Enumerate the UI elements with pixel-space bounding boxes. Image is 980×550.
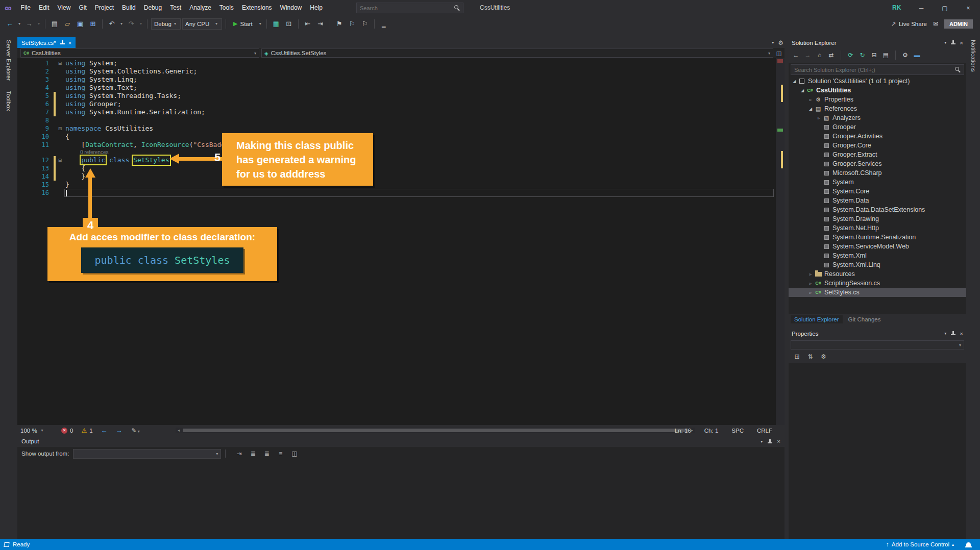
- tree-item-grooper-activities[interactable]: Grooper.Activities: [789, 132, 966, 141]
- preview-selected-items-icon[interactable]: ▬: [913, 52, 921, 59]
- tree-item-setstyles-cs[interactable]: ▹C#SetStyles.cs: [789, 288, 966, 297]
- tree-item-system-net-http[interactable]: System.Net.Http: [789, 223, 966, 233]
- dropdown-caret-icon[interactable]: ▾: [17, 21, 22, 26]
- previous-message-icon[interactable]: ≣: [249, 450, 257, 457]
- side-tab-server-explorer[interactable]: Server Explorer: [5, 38, 13, 83]
- menu-analyze[interactable]: Analyze: [185, 0, 215, 16]
- output-source-select[interactable]: ▾: [73, 449, 221, 459]
- properties-icon[interactable]: ⚙: [901, 52, 910, 59]
- forward-icon[interactable]: →: [803, 52, 812, 59]
- menu-view[interactable]: View: [54, 0, 75, 16]
- back-icon[interactable]: ←: [792, 52, 800, 59]
- maximize-button[interactable]: ▢: [933, 0, 957, 16]
- collapse-arrow-icon[interactable]: ◢: [799, 88, 806, 93]
- code-line-11[interactable]: 11 [DataContract, IconResource("CssBadge…: [17, 141, 785, 149]
- scrollbar-thumb[interactable]: [183, 429, 688, 432]
- close-tab-icon[interactable]: ×: [68, 40, 71, 46]
- active-files-chevron-icon[interactable]: ▾: [772, 40, 774, 45]
- expand-arrow-icon[interactable]: ▹: [807, 290, 814, 295]
- search-input[interactable]: [360, 5, 454, 11]
- solution-search-box[interactable]: [791, 64, 964, 75]
- new-project-icon[interactable]: ▤: [49, 18, 60, 30]
- panel-tab-git-changes[interactable]: Git Changes: [845, 315, 885, 323]
- code-line-5[interactable]: 5using System.Threading.Tasks;: [17, 92, 785, 100]
- undo-icon[interactable]: ↶: [106, 18, 117, 30]
- tree-item-system-drawing[interactable]: System.Drawing: [789, 214, 966, 223]
- split-window-button[interactable]: ◫: [773, 50, 785, 57]
- pin-tab-icon[interactable]: [60, 40, 65, 45]
- tree-item-system-servicemodel-web[interactable]: System.ServiceModel.Web: [789, 242, 966, 251]
- side-tab-notifications[interactable]: Notifications: [969, 38, 977, 74]
- collapse-arrow-icon[interactable]: ◢: [807, 107, 814, 111]
- nav-forward-icon[interactable]: →: [23, 18, 35, 30]
- close-pane-icon[interactable]: ×: [777, 438, 780, 444]
- tree-item-properties[interactable]: ▹⚙Properties: [789, 95, 966, 104]
- document-tab-setstyles[interactable]: SetStyles.cs* ×: [17, 37, 76, 48]
- indent-icon[interactable]: ⇥: [315, 18, 326, 30]
- project-dropdown[interactable]: C# CssUtilities ▾: [20, 48, 259, 58]
- codelens-references[interactable]: 0 references: [17, 149, 785, 156]
- code-line-10[interactable]: 10{: [17, 133, 785, 141]
- code-line-15[interactable]: 15}: [17, 181, 785, 189]
- outdent-icon[interactable]: ⇤: [302, 18, 313, 30]
- property-pages-icon[interactable]: ⚙: [819, 353, 828, 360]
- menu-edit[interactable]: Edit: [35, 0, 54, 16]
- next-bookmark-icon[interactable]: ⚐: [359, 18, 371, 30]
- user-avatar[interactable]: RK: [892, 0, 901, 16]
- fold-collapse-icon[interactable]: ⊟: [56, 126, 64, 131]
- expand-arrow-icon[interactable]: ▹: [807, 281, 814, 286]
- code-line-4[interactable]: 4using System.Text;: [17, 84, 785, 92]
- code-line-13[interactable]: 13 {: [17, 164, 785, 172]
- spaces-indicator[interactable]: SPC: [731, 428, 744, 434]
- window-options-gear-icon[interactable]: ⚙: [778, 39, 783, 46]
- zoom-select[interactable]: 100 % ▾: [20, 428, 52, 434]
- expand-arrow-icon[interactable]: ▹: [807, 97, 814, 102]
- save-icon[interactable]: ▣: [75, 18, 86, 30]
- solution-search-input[interactable]: [794, 67, 955, 73]
- platform-select[interactable]: Any CPU▾: [182, 18, 222, 30]
- properties-object-select[interactable]: ▾: [791, 340, 964, 349]
- sync-with-active-document-icon[interactable]: ⟳: [846, 52, 855, 59]
- tree-item-system-core[interactable]: System.Core: [789, 187, 966, 196]
- editor-vertical-scrollbar[interactable]: [776, 58, 785, 425]
- tree-item-system[interactable]: System: [789, 178, 966, 187]
- dropdown-caret-icon[interactable]: ▾: [119, 21, 124, 26]
- errors-icon[interactable]: ✕: [61, 428, 67, 434]
- dropdown-caret-icon[interactable]: ▾: [138, 21, 143, 26]
- code-line-7[interactable]: 7using System.Runtime.Serialization;: [17, 108, 785, 116]
- next-message-icon[interactable]: ≣: [262, 450, 271, 457]
- toolbar-overflow-icon[interactable]: ‗: [378, 18, 389, 30]
- alphabetical-icon[interactable]: ⇅: [806, 353, 815, 360]
- toggle-word-wrap-icon[interactable]: ◫: [290, 450, 299, 457]
- show-all-files-icon[interactable]: ▤: [881, 52, 890, 59]
- menu-file[interactable]: File: [17, 0, 35, 16]
- menu-tools[interactable]: Tools: [215, 0, 238, 16]
- code-line-2[interactable]: 2using System.Collections.Generic;: [17, 67, 785, 76]
- menu-help[interactable]: Help: [306, 0, 327, 16]
- collapse-all-icon[interactable]: ⊟: [870, 52, 878, 59]
- tree-item-references[interactable]: ◢▤References: [789, 104, 966, 113]
- editor-horizontal-scrollbar[interactable]: ◂ ▸: [176, 428, 695, 433]
- line-ending-indicator[interactable]: CRLF: [757, 428, 772, 434]
- open-file-icon[interactable]: ▱: [62, 18, 73, 30]
- tree-item-cssutilities[interactable]: ◢C#CssUtilities: [789, 86, 966, 95]
- toggle-bookmark-icon[interactable]: ⚑: [334, 18, 345, 30]
- tree-item-grooper[interactable]: Grooper: [789, 122, 966, 132]
- solution-explorer-header[interactable]: Solution Explorer ▾ ×: [789, 37, 966, 48]
- expand-arrow-icon[interactable]: ▹: [807, 272, 814, 277]
- code-line-8[interactable]: 8: [17, 116, 785, 124]
- close-pane-icon[interactable]: ×: [960, 331, 963, 337]
- menu-window[interactable]: Window: [276, 0, 306, 16]
- type-member-dropdown[interactable]: ◈ CssUtilities.SetStyles ▾: [261, 48, 773, 58]
- properties-header[interactable]: Properties ▾ ×: [789, 328, 966, 339]
- side-tab-toolbox[interactable]: Toolbox: [5, 89, 13, 113]
- tree-item-system-xml-linq[interactable]: System.Xml.Linq: [789, 260, 966, 269]
- collapse-arrow-icon[interactable]: ◢: [791, 79, 798, 84]
- home-icon[interactable]: ⌂: [815, 52, 824, 59]
- notifications-bell-icon[interactable]: [966, 542, 971, 546]
- tree-item-resources[interactable]: ▹Resources: [789, 269, 966, 279]
- nav-back-icon[interactable]: ←: [4, 18, 15, 30]
- expand-arrow-icon[interactable]: ▹: [815, 116, 822, 120]
- tree-item-scriptingsession-cs[interactable]: ▹C#ScriptingSession.cs: [789, 279, 966, 288]
- chevron-down-icon[interactable]: ▾: [944, 331, 946, 336]
